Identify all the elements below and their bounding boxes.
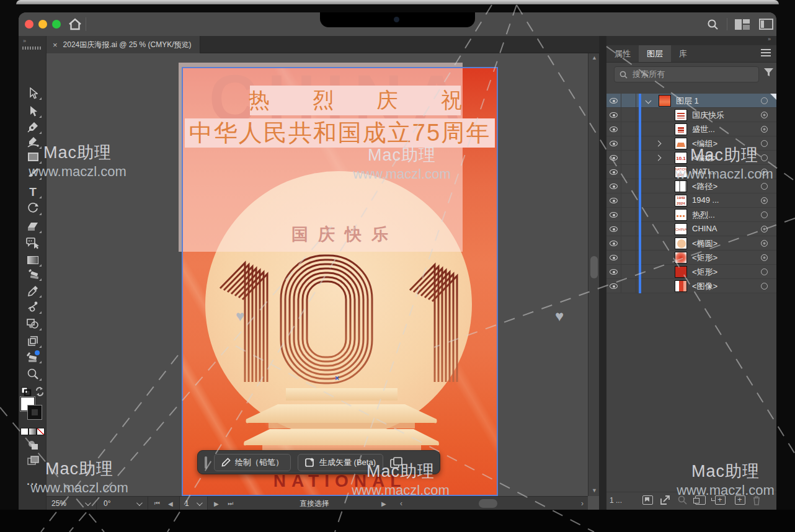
layer-row[interactable]: 19492024 1949 ...: [606, 193, 776, 208]
visibility-toggle[interactable]: [606, 236, 621, 250]
tab-layers[interactable]: 图层: [639, 45, 671, 62]
rotation-value[interactable]: 0°: [104, 497, 110, 510]
target-circle[interactable]: [761, 240, 768, 247]
visibility-toggle[interactable]: [606, 94, 621, 108]
none-button[interactable]: [37, 428, 45, 435]
target-circle[interactable]: [761, 283, 768, 290]
filter-icon[interactable]: [764, 68, 773, 77]
delete-layer-icon[interactable]: [752, 495, 763, 505]
panels-icon[interactable]: [759, 19, 773, 30]
hscroll-left-icon[interactable]: ‹: [400, 497, 402, 510]
expand-chevron-icon[interactable]: [646, 98, 652, 104]
layer-row[interactable]: CHINA CHINA: [606, 222, 776, 236]
layer-row[interactable]: <矩形>: [606, 250, 776, 265]
layer-thumbnail[interactable]: 10.1: [675, 152, 687, 164]
panel-menu-icon[interactable]: [761, 49, 771, 50]
target-circle[interactable]: [761, 169, 768, 175]
layer-thumbnail[interactable]: [675, 252, 687, 264]
layer-row[interactable]: <编组>: [606, 136, 776, 151]
search-input[interactable]: 搜索所有: [614, 66, 759, 82]
color-button[interactable]: [20, 428, 29, 435]
gradient-tool-icon[interactable]: [24, 252, 42, 267]
target-circle[interactable]: [761, 268, 768, 275]
visibility-toggle[interactable]: [606, 250, 621, 265]
fill-stroke-indicator[interactable]: [19, 397, 47, 423]
visibility-toggle[interactable]: [606, 222, 621, 236]
new-layer-icon[interactable]: [735, 495, 745, 505]
transform-tool-icon[interactable]: [24, 267, 42, 282]
blob-brush-tool-icon[interactable]: [24, 299, 42, 314]
document-tab[interactable]: × 2024国庆海报.ai @ 25 % (CMYK/预览): [47, 36, 200, 53]
tools-drag-handle[interactable]: [22, 47, 42, 50]
draw-normal-mode-icon[interactable]: [24, 438, 42, 453]
shape-builder-tool-icon[interactable]: [24, 316, 42, 331]
prev-artboard-icon[interactable]: ◀: [168, 497, 173, 510]
generate-vector-button[interactable]: 生成矢量 (Beta): [298, 454, 383, 471]
new-sublayer-icon[interactable]: [715, 495, 726, 505]
target-circle[interactable]: [761, 197, 768, 204]
zoom-level-value[interactable]: 25%: [51, 497, 66, 510]
target-circle[interactable]: [761, 112, 768, 118]
visibility-toggle[interactable]: [606, 136, 621, 151]
layer-row[interactable]: 盛世...: [606, 122, 776, 136]
expand-chevron-icon[interactable]: [655, 155, 662, 161]
layer-thumbnail[interactable]: [675, 138, 687, 149]
visibility-toggle[interactable]: [606, 208, 621, 222]
layer-row[interactable]: 图层 1: [606, 94, 776, 108]
first-artboard-icon[interactable]: ⏮: [154, 497, 160, 510]
contextual-task-bar[interactable]: 绘制（铅笔） 生成矢量 (Beta): [197, 450, 440, 474]
visibility-toggle[interactable]: [606, 279, 621, 293]
layer-row[interactable]: 国庆快乐: [606, 108, 776, 122]
poster-artwork[interactable]: CHINA 国庆快乐: [182, 67, 498, 496]
target-circle[interactable]: [761, 226, 768, 233]
layer-thumbnail[interactable]: 19492024: [675, 195, 687, 206]
layer-row[interactable]: NATIONALDAY NATI...: [606, 165, 776, 179]
layer-thumbnail[interactable]: [675, 266, 687, 278]
rotation-dropdown-icon[interactable]: [136, 497, 141, 510]
selection-tool[interactable]: [24, 86, 42, 100]
layer-thumbnail[interactable]: CHINA: [675, 223, 687, 235]
comment-tool-icon[interactable]: [24, 236, 42, 250]
direct-selection-tool[interactable]: [24, 104, 42, 118]
vertical-scrollbar[interactable]: ▲ ▼: [588, 53, 599, 496]
tab-libraries[interactable]: 库: [671, 45, 695, 62]
taskbar-more-icon[interactable]: [390, 457, 402, 468]
eraser-tool-icon[interactable]: [24, 219, 42, 234]
target-circle[interactable]: [761, 126, 768, 133]
visibility-toggle[interactable]: [606, 179, 621, 193]
visibility-toggle[interactable]: [606, 151, 621, 165]
scroll-up-icon[interactable]: ▲: [592, 55, 597, 61]
rotate-tool-icon[interactable]: [24, 201, 42, 216]
horizontal-scrollbar[interactable]: [409, 499, 585, 508]
collapse-tools-icon[interactable]: »: [23, 38, 27, 44]
target-circle[interactable]: [761, 254, 768, 261]
layer-row[interactable]: <路径>: [606, 179, 776, 193]
layer-thumbnail[interactable]: [675, 280, 687, 292]
search-icon[interactable]: [707, 19, 719, 30]
canvas-area[interactable]: CHINA 国庆快乐: [47, 53, 588, 496]
layer-row[interactable]: <椭圆>: [606, 236, 776, 250]
artboard-number-field[interactable]: 1: [179, 497, 208, 510]
scroll-down-icon[interactable]: ▼: [592, 487, 597, 494]
panel-collapse-strip[interactable]: »: [606, 36, 776, 45]
layer-thumbnail[interactable]: [675, 109, 687, 121]
paintbrush-tool-icon[interactable]: [24, 166, 42, 180]
locate-object-icon[interactable]: [642, 495, 653, 505]
artboard-tool-icon[interactable]: [24, 334, 42, 348]
stroke-swatch[interactable]: [28, 406, 42, 419]
eyedropper-tool-icon[interactable]: [24, 283, 42, 298]
zoom-tool-icon[interactable]: [24, 366, 42, 381]
workspace-switcher-icon[interactable]: [735, 19, 750, 30]
layer-thumbnail[interactable]: [675, 180, 687, 192]
draw-pencil-button[interactable]: 绘制（铅笔）: [214, 454, 291, 471]
target-circle[interactable]: [761, 140, 768, 147]
swap-fill-stroke-icon[interactable]: [35, 387, 45, 396]
target-circle[interactable]: [761, 211, 768, 218]
close-window-button[interactable]: [25, 20, 33, 29]
layer-row[interactable]: 10.1 <编组>: [606, 151, 776, 165]
layer-row[interactable]: 热烈...: [606, 208, 776, 222]
status-expand-icon[interactable]: ▶: [381, 497, 386, 510]
minimize-window-button[interactable]: [38, 20, 47, 29]
visibility-toggle[interactable]: [606, 265, 621, 279]
zoom-window-button[interactable]: [52, 20, 61, 29]
